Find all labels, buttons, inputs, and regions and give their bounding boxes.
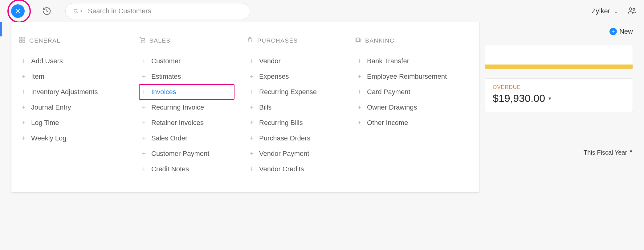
quick-item-label: Weekly Log <box>31 134 67 142</box>
new-row: + New <box>485 22 633 41</box>
quick-item-invoices[interactable]: +Invoices <box>139 84 234 100</box>
search-scope-caret[interactable]: ▾ <box>80 9 82 13</box>
quick-item-vendor[interactable]: +Vendor <box>247 53 342 69</box>
plus-icon: + <box>357 88 362 96</box>
quick-item-employee-reimbursement[interactable]: +Employee Reimbursement <box>355 69 453 84</box>
quick-item-label: Add Users <box>31 57 63 65</box>
quick-create-panel: GENERAL+Add Users+Item+Inventory Adjustm… <box>11 22 479 193</box>
quick-item-label: Journal Entry <box>31 103 71 111</box>
quick-item-customer-payment[interactable]: +Customer Payment <box>139 146 234 161</box>
quick-item-purchase-orders[interactable]: +Purchase Orders <box>247 131 342 146</box>
close-button[interactable] <box>11 4 25 18</box>
quick-item-log-time[interactable]: +Log Time <box>19 115 127 131</box>
users-button[interactable] <box>627 6 637 16</box>
quick-item-sales-order[interactable]: +Sales Order <box>139 131 234 146</box>
plus-icon: + <box>141 103 146 111</box>
overdue-amount: $19,930.00 <box>493 92 545 104</box>
quick-item-expenses[interactable]: +Expenses <box>247 69 342 84</box>
quick-column-sales: SALES+Customer+Estimates+Invoices+Recurr… <box>139 36 247 177</box>
users-icon <box>627 6 637 15</box>
quick-item-label: Recurring Bills <box>259 119 303 127</box>
quick-item-label: Employee Reimbursement <box>367 73 447 81</box>
column-title: BANKING <box>365 37 395 44</box>
history-icon <box>42 6 51 16</box>
plus-icon: + <box>357 119 362 127</box>
plus-icon: + <box>141 165 146 173</box>
svg-point-9 <box>144 42 145 43</box>
quick-item-owner-drawings[interactable]: +Owner Drawings <box>355 100 453 115</box>
quick-item-label: Vendor <box>259 57 281 65</box>
bag-icon <box>247 36 254 45</box>
quick-item-label: Retainer Invoices <box>151 119 204 127</box>
quick-item-other-income[interactable]: +Other Income <box>355 115 453 131</box>
caret-down-icon[interactable]: ▼ <box>548 96 552 101</box>
quick-item-recurring-bills[interactable]: +Recurring Bills <box>247 115 342 131</box>
quick-item-label: Bank Transfer <box>367 57 409 65</box>
quick-item-retainer-invoices[interactable]: +Retainer Invoices <box>139 115 234 131</box>
plus-icon: + <box>21 73 26 81</box>
quick-item-label: Inventory Adjustments <box>31 88 98 96</box>
quick-item-label: Customer <box>151 57 181 65</box>
quick-item-customer[interactable]: +Customer <box>139 53 234 69</box>
overdue-label: OVERDUE <box>493 84 625 90</box>
right-area: + New OVERDUE $19,930.00 ▼ This Fiscal Y… <box>485 22 633 156</box>
quick-item-label: Bills <box>259 103 271 111</box>
quick-item-card-payment[interactable]: +Card Payment <box>355 84 453 100</box>
plus-icon: + <box>21 103 26 111</box>
caret-down-icon: ▼ <box>629 149 633 156</box>
quick-item-bank-transfer[interactable]: +Bank Transfer <box>355 53 453 69</box>
plus-icon: + <box>249 88 254 96</box>
plus-icon: + <box>141 57 146 65</box>
quick-item-label: Vendor Payment <box>259 150 309 158</box>
column-header-sales: SALES <box>139 36 234 45</box>
recent-button[interactable] <box>41 6 53 16</box>
search-box[interactable]: ▾ <box>65 3 250 19</box>
quick-item-label: Item <box>31 73 44 81</box>
new-button[interactable]: + New <box>609 27 633 35</box>
cart-icon <box>139 36 146 45</box>
quick-item-item[interactable]: +Item <box>19 69 127 84</box>
quick-item-journal-entry[interactable]: +Journal Entry <box>19 100 127 115</box>
quick-item-label: Recurring Expense <box>259 88 317 96</box>
svg-rect-5 <box>23 37 25 39</box>
svg-point-8 <box>141 42 142 43</box>
svg-point-3 <box>633 8 635 10</box>
quick-column-purchases: PURCHASES+Vendor+Expenses+Recurring Expe… <box>247 36 355 177</box>
quick-item-vendor-credits[interactable]: +Vendor Credits <box>247 161 342 177</box>
quick-item-inventory-adjustments[interactable]: +Inventory Adjustments <box>19 84 127 100</box>
quick-item-bills[interactable]: +Bills <box>247 100 342 115</box>
new-label: New <box>619 27 633 35</box>
grid-icon <box>19 36 26 45</box>
fiscal-year-selector[interactable]: This Fiscal Year ▼ <box>485 149 633 156</box>
quick-item-label: Recurring Invoice <box>151 103 204 111</box>
quick-item-add-users[interactable]: +Add Users <box>19 53 127 69</box>
quick-item-label: Card Payment <box>367 88 410 96</box>
quick-item-credit-notes[interactable]: +Credit Notes <box>139 161 234 177</box>
quick-column-general: GENERAL+Add Users+Item+Inventory Adjustm… <box>19 36 139 177</box>
org-switcher[interactable]: Zylker ⌄ <box>592 7 619 15</box>
plus-icon: + <box>357 57 362 65</box>
progress-bar <box>485 65 633 69</box>
plus-icon: + <box>21 57 26 65</box>
quick-item-recurring-expense[interactable]: +Recurring Expense <box>247 84 342 100</box>
quick-item-label: Vendor Credits <box>259 165 304 173</box>
column-title: GENERAL <box>29 37 60 44</box>
plus-icon: + <box>21 134 26 142</box>
plus-icon: + <box>249 165 254 173</box>
overdue-amount-row: $19,930.00 ▼ <box>493 92 625 104</box>
quick-item-estimates[interactable]: +Estimates <box>139 69 234 84</box>
overdue-card[interactable]: OVERDUE $19,930.00 ▼ <box>485 78 633 112</box>
plus-icon: + <box>357 103 362 111</box>
plus-circle-icon: + <box>609 28 617 35</box>
quick-item-label: Owner Drawings <box>367 103 417 111</box>
svg-rect-4 <box>20 37 22 39</box>
quick-item-weekly-log[interactable]: +Weekly Log <box>19 131 127 146</box>
column-title: SALES <box>149 37 171 44</box>
column-header-purchases: PURCHASES <box>247 36 342 45</box>
quick-item-vendor-payment[interactable]: +Vendor Payment <box>247 146 342 161</box>
search-input[interactable] <box>88 7 243 15</box>
quick-item-recurring-invoice[interactable]: +Recurring Invoice <box>139 100 234 115</box>
column-title: PURCHASES <box>257 37 298 44</box>
plus-icon: + <box>141 119 146 127</box>
plus-icon: + <box>249 57 254 65</box>
